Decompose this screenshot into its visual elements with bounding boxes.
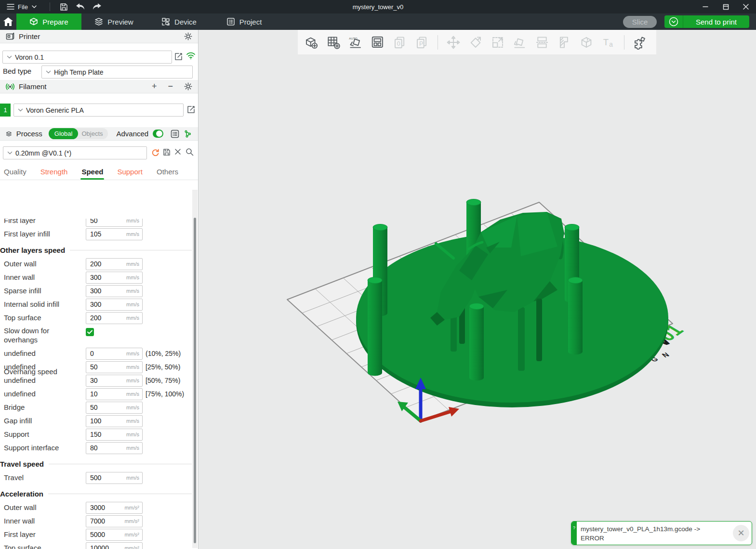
prepare-icon [29,17,38,26]
advanced-toggle[interactable] [153,130,163,138]
scope-global-toggle[interactable]: Global [49,128,79,139]
parameter-table-button[interactable] [171,130,179,138]
add-filament-button[interactable]: + [152,81,157,92]
viewport-3d[interactable]: VORON DESIGN 01 [199,30,756,549]
process-icon [6,130,12,138]
undo-button[interactable] [72,0,89,13]
scope-objects-toggle[interactable]: Objects [78,130,103,137]
setting-unit: mm/s [126,299,139,310]
arrange-icon[interactable] [369,34,386,51]
close-window-button[interactable] [736,0,756,13]
slice-button[interactable]: Slice [623,16,657,28]
toast-close-button[interactable]: ✕ [730,522,752,545]
setting-input[interactable]: 7000mm/s² [86,515,143,527]
settings-section-header: Acceleration [0,488,192,499]
setting-input[interactable]: 500mm/s [86,472,143,484]
setting-label: Top surface [4,542,41,549]
setting-input[interactable]: 50mm/s [86,402,143,414]
setting-input[interactable]: 50mm/s [86,219,143,227]
tab-device[interactable]: Device [146,13,212,30]
settings-scrollbar[interactable] [192,190,198,548]
scene-canvas[interactable]: VORON DESIGN 01 [199,30,756,549]
setting-input[interactable]: 5000mm/s² [86,529,143,541]
delete-preset-button[interactable] [174,148,181,155]
auto-orient-icon[interactable]: AUTO [347,34,364,51]
model-pillar[interactable] [368,277,382,376]
maximize-button[interactable] [716,0,736,13]
setting-row: Internal solid infill300mm/s [0,298,192,312]
filament-select[interactable]: Voron Generic PLA [13,104,184,117]
setting-row: First layer50mm/s [0,219,192,228]
filament-slot-badge: 1 [0,104,11,117]
minimize-button[interactable] [695,0,716,13]
redo-button[interactable] [89,0,105,13]
project-icon [226,17,235,26]
add-object-icon[interactable] [303,34,320,51]
printer-settings-button[interactable] [184,32,192,40]
svg-text:P: P [419,40,423,47]
setting-input[interactable]: 10000mm/s² [86,542,143,549]
chevron-down-icon [7,55,12,59]
setting-input[interactable]: 200mm/s [86,312,143,324]
save-button[interactable] [56,0,72,13]
send-to-print-button[interactable]: Send to print [683,15,749,28]
send-options-button[interactable] [664,15,683,28]
setting-input[interactable]: 300mm/s [86,299,143,311]
device-icon [161,17,170,26]
process-tab-others[interactable]: Others [157,168,178,180]
setting-input[interactable]: 30mm/s [86,375,143,387]
add-plate-icon[interactable] [325,34,342,51]
redo-icon [93,3,101,10]
split-icon [533,34,551,51]
process-tab-quality[interactable]: Quality [4,168,27,180]
edit-filament-button[interactable] [187,105,195,114]
tab-preview[interactable]: Preview [81,13,146,30]
model-pillar[interactable] [469,303,484,381]
setting-input[interactable]: 10mm/s [86,388,143,400]
scrollbar-thumb[interactable] [194,218,196,543]
preview-icon [94,17,103,26]
remove-filament-button[interactable]: − [168,81,173,92]
text-tool-icon: Ta [600,34,617,51]
reset-preset-button[interactable] [151,148,159,157]
setting-input[interactable]: 80mm/s [86,442,143,454]
setting-input[interactable]: 105mm/s [86,228,143,240]
home-button[interactable] [0,13,16,30]
process-tab-support[interactable]: Support [117,168,143,180]
setting-input[interactable]: 0mm/s [86,348,143,360]
setting-label: Bridge [4,401,25,414]
rotate-icon [467,34,484,51]
setting-input[interactable]: 3000mm/s² [86,502,143,514]
setting-row: Outer wall3000mm/s² [0,501,192,515]
save-preset-button[interactable] [163,148,171,156]
move-icon [445,34,462,51]
toast-accent-bar: ? [571,522,577,545]
chevron-down-icon [46,70,51,74]
search-settings-button[interactable] [186,148,194,156]
process-tab-speed[interactable]: Speed [81,168,103,180]
setting-input[interactable]: 100mm/s [86,415,143,427]
process-tab-strength[interactable]: Strength [40,168,68,180]
tab-label: Device [174,18,197,26]
filament-settings-button[interactable] [184,82,192,91]
bed-type-select[interactable]: High Temp Plate [41,65,193,78]
model-pillar[interactable] [568,277,583,355]
setting-input[interactable]: 300mm/s [86,272,143,284]
file-menu-label: File [18,3,28,11]
chevron-down-icon [31,5,37,9]
printer-connection-button[interactable] [186,52,196,59]
tab-prepare[interactable]: Prepare [16,13,81,30]
setting-input[interactable]: 200mm/s [86,258,143,270]
tab-project[interactable]: Project [212,13,277,30]
setting-input[interactable]: 300mm/s [86,285,143,297]
assembly-icon[interactable] [631,34,649,51]
setting-input[interactable]: 50mm/s [86,361,143,373]
file-menu[interactable]: File [0,0,44,13]
printer-select[interactable]: Voron 0.1 [2,51,172,64]
checkbox-checked[interactable] [86,328,94,336]
edit-printer-button[interactable] [174,52,183,61]
setting-input[interactable]: 150mm/s [86,429,143,441]
setting-row: Support interface80mm/s [0,442,192,455]
process-preset-select[interactable]: 0.20mm @V0.1 (*) [3,146,147,159]
tune-button[interactable] [184,130,192,138]
